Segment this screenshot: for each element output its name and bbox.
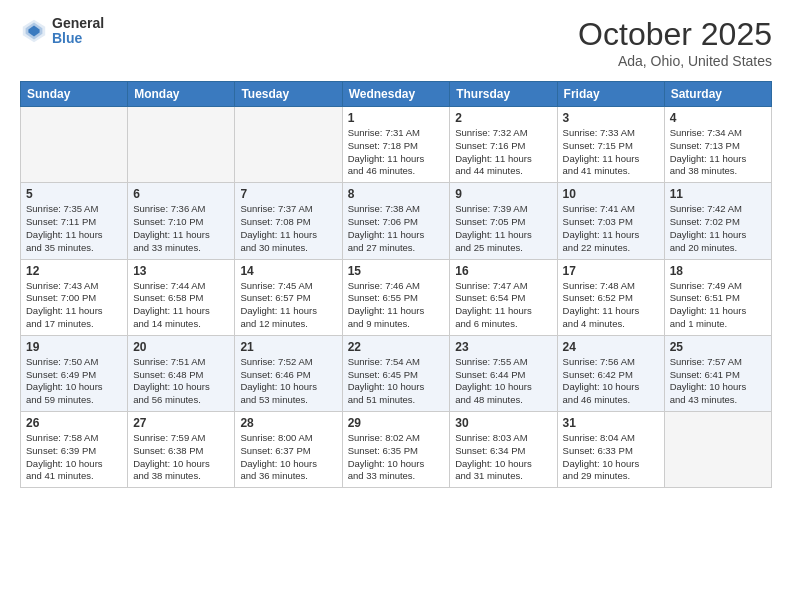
calendar-day-cell: 19Sunrise: 7:50 AM Sunset: 6:49 PM Dayli…	[21, 335, 128, 411]
page-header: General Blue October 2025 Ada, Ohio, Uni…	[20, 16, 772, 69]
weekday-header-saturday: Saturday	[664, 82, 771, 107]
day-info: Sunrise: 7:42 AM Sunset: 7:02 PM Dayligh…	[670, 203, 766, 254]
day-info: Sunrise: 7:35 AM Sunset: 7:11 PM Dayligh…	[26, 203, 122, 254]
day-number: 24	[563, 340, 659, 354]
calendar-day-cell: 16Sunrise: 7:47 AM Sunset: 6:54 PM Dayli…	[450, 259, 557, 335]
weekday-header-tuesday: Tuesday	[235, 82, 342, 107]
day-info: Sunrise: 7:51 AM Sunset: 6:48 PM Dayligh…	[133, 356, 229, 407]
day-info: Sunrise: 7:59 AM Sunset: 6:38 PM Dayligh…	[133, 432, 229, 483]
title-block: October 2025 Ada, Ohio, United States	[578, 16, 772, 69]
logo-blue-text: Blue	[52, 31, 104, 46]
calendar-day-cell: 18Sunrise: 7:49 AM Sunset: 6:51 PM Dayli…	[664, 259, 771, 335]
day-number: 7	[240, 187, 336, 201]
calendar-day-cell: 6Sunrise: 7:36 AM Sunset: 7:10 PM Daylig…	[128, 183, 235, 259]
day-info: Sunrise: 7:52 AM Sunset: 6:46 PM Dayligh…	[240, 356, 336, 407]
location-text: Ada, Ohio, United States	[578, 53, 772, 69]
day-number: 11	[670, 187, 766, 201]
logo-icon	[20, 17, 48, 45]
calendar-day-cell: 26Sunrise: 7:58 AM Sunset: 6:39 PM Dayli…	[21, 412, 128, 488]
day-number: 27	[133, 416, 229, 430]
day-number: 22	[348, 340, 445, 354]
day-number: 21	[240, 340, 336, 354]
calendar-day-cell: 13Sunrise: 7:44 AM Sunset: 6:58 PM Dayli…	[128, 259, 235, 335]
calendar-day-cell: 1Sunrise: 7:31 AM Sunset: 7:18 PM Daylig…	[342, 107, 450, 183]
calendar-week-row: 12Sunrise: 7:43 AM Sunset: 7:00 PM Dayli…	[21, 259, 772, 335]
day-info: Sunrise: 7:48 AM Sunset: 6:52 PM Dayligh…	[563, 280, 659, 331]
day-info: Sunrise: 8:00 AM Sunset: 6:37 PM Dayligh…	[240, 432, 336, 483]
day-number: 15	[348, 264, 445, 278]
calendar-day-cell: 11Sunrise: 7:42 AM Sunset: 7:02 PM Dayli…	[664, 183, 771, 259]
day-info: Sunrise: 7:39 AM Sunset: 7:05 PM Dayligh…	[455, 203, 551, 254]
day-number: 17	[563, 264, 659, 278]
day-number: 16	[455, 264, 551, 278]
calendar-day-cell: 15Sunrise: 7:46 AM Sunset: 6:55 PM Dayli…	[342, 259, 450, 335]
day-number: 13	[133, 264, 229, 278]
calendar-day-cell: 9Sunrise: 7:39 AM Sunset: 7:05 PM Daylig…	[450, 183, 557, 259]
weekday-header-thursday: Thursday	[450, 82, 557, 107]
day-info: Sunrise: 7:56 AM Sunset: 6:42 PM Dayligh…	[563, 356, 659, 407]
calendar-day-cell: 17Sunrise: 7:48 AM Sunset: 6:52 PM Dayli…	[557, 259, 664, 335]
weekday-header-monday: Monday	[128, 82, 235, 107]
calendar-day-cell: 21Sunrise: 7:52 AM Sunset: 6:46 PM Dayli…	[235, 335, 342, 411]
logo-text: General Blue	[52, 16, 104, 47]
day-info: Sunrise: 7:47 AM Sunset: 6:54 PM Dayligh…	[455, 280, 551, 331]
day-number: 23	[455, 340, 551, 354]
weekday-header-wednesday: Wednesday	[342, 82, 450, 107]
calendar-week-row: 26Sunrise: 7:58 AM Sunset: 6:39 PM Dayli…	[21, 412, 772, 488]
day-info: Sunrise: 7:34 AM Sunset: 7:13 PM Dayligh…	[670, 127, 766, 178]
calendar-day-cell: 14Sunrise: 7:45 AM Sunset: 6:57 PM Dayli…	[235, 259, 342, 335]
day-info: Sunrise: 7:41 AM Sunset: 7:03 PM Dayligh…	[563, 203, 659, 254]
calendar-day-cell: 20Sunrise: 7:51 AM Sunset: 6:48 PM Dayli…	[128, 335, 235, 411]
calendar-day-cell	[21, 107, 128, 183]
calendar-day-cell	[128, 107, 235, 183]
day-number: 5	[26, 187, 122, 201]
calendar-week-row: 19Sunrise: 7:50 AM Sunset: 6:49 PM Dayli…	[21, 335, 772, 411]
calendar-day-cell: 5Sunrise: 7:35 AM Sunset: 7:11 PM Daylig…	[21, 183, 128, 259]
day-info: Sunrise: 7:36 AM Sunset: 7:10 PM Dayligh…	[133, 203, 229, 254]
day-number: 30	[455, 416, 551, 430]
calendar-day-cell: 12Sunrise: 7:43 AM Sunset: 7:00 PM Dayli…	[21, 259, 128, 335]
day-info: Sunrise: 7:45 AM Sunset: 6:57 PM Dayligh…	[240, 280, 336, 331]
day-number: 29	[348, 416, 445, 430]
day-number: 9	[455, 187, 551, 201]
day-number: 12	[26, 264, 122, 278]
calendar-day-cell: 2Sunrise: 7:32 AM Sunset: 7:16 PM Daylig…	[450, 107, 557, 183]
day-info: Sunrise: 7:33 AM Sunset: 7:15 PM Dayligh…	[563, 127, 659, 178]
calendar-day-cell: 27Sunrise: 7:59 AM Sunset: 6:38 PM Dayli…	[128, 412, 235, 488]
calendar-day-cell: 22Sunrise: 7:54 AM Sunset: 6:45 PM Dayli…	[342, 335, 450, 411]
calendar-day-cell: 30Sunrise: 8:03 AM Sunset: 6:34 PM Dayli…	[450, 412, 557, 488]
day-number: 26	[26, 416, 122, 430]
day-number: 10	[563, 187, 659, 201]
day-number: 18	[670, 264, 766, 278]
calendar-day-cell: 7Sunrise: 7:37 AM Sunset: 7:08 PM Daylig…	[235, 183, 342, 259]
day-number: 2	[455, 111, 551, 125]
day-number: 1	[348, 111, 445, 125]
calendar-day-cell: 4Sunrise: 7:34 AM Sunset: 7:13 PM Daylig…	[664, 107, 771, 183]
calendar-body: 1Sunrise: 7:31 AM Sunset: 7:18 PM Daylig…	[21, 107, 772, 488]
calendar-header: SundayMondayTuesdayWednesdayThursdayFrid…	[21, 82, 772, 107]
calendar-day-cell: 23Sunrise: 7:55 AM Sunset: 6:44 PM Dayli…	[450, 335, 557, 411]
calendar-day-cell: 31Sunrise: 8:04 AM Sunset: 6:33 PM Dayli…	[557, 412, 664, 488]
weekday-header-sunday: Sunday	[21, 82, 128, 107]
day-number: 31	[563, 416, 659, 430]
day-info: Sunrise: 7:31 AM Sunset: 7:18 PM Dayligh…	[348, 127, 445, 178]
calendar-day-cell	[235, 107, 342, 183]
day-number: 28	[240, 416, 336, 430]
day-info: Sunrise: 7:58 AM Sunset: 6:39 PM Dayligh…	[26, 432, 122, 483]
day-info: Sunrise: 7:38 AM Sunset: 7:06 PM Dayligh…	[348, 203, 445, 254]
day-info: Sunrise: 7:32 AM Sunset: 7:16 PM Dayligh…	[455, 127, 551, 178]
day-number: 3	[563, 111, 659, 125]
day-info: Sunrise: 7:43 AM Sunset: 7:00 PM Dayligh…	[26, 280, 122, 331]
logo: General Blue	[20, 16, 104, 47]
day-info: Sunrise: 7:54 AM Sunset: 6:45 PM Dayligh…	[348, 356, 445, 407]
day-number: 6	[133, 187, 229, 201]
calendar-day-cell: 8Sunrise: 7:38 AM Sunset: 7:06 PM Daylig…	[342, 183, 450, 259]
calendar-day-cell: 25Sunrise: 7:57 AM Sunset: 6:41 PM Dayli…	[664, 335, 771, 411]
day-info: Sunrise: 8:04 AM Sunset: 6:33 PM Dayligh…	[563, 432, 659, 483]
day-number: 8	[348, 187, 445, 201]
calendar-day-cell: 28Sunrise: 8:00 AM Sunset: 6:37 PM Dayli…	[235, 412, 342, 488]
day-info: Sunrise: 7:49 AM Sunset: 6:51 PM Dayligh…	[670, 280, 766, 331]
day-number: 20	[133, 340, 229, 354]
month-title: October 2025	[578, 16, 772, 53]
day-number: 14	[240, 264, 336, 278]
